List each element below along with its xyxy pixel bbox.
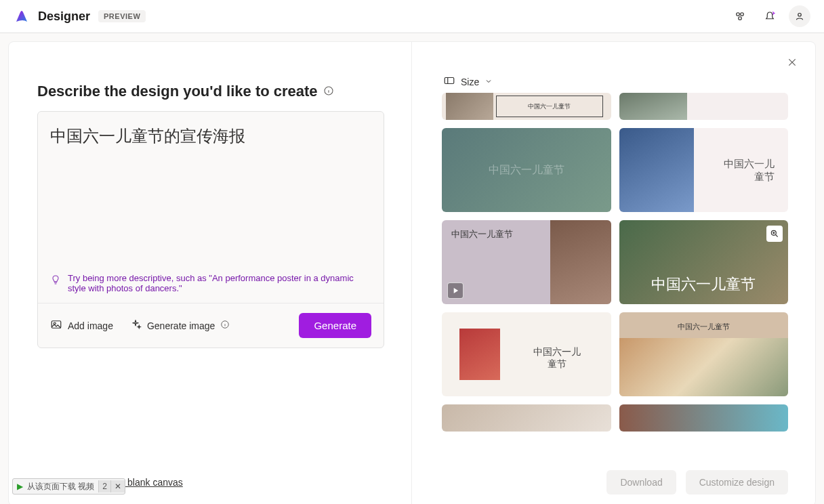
prompt-heading: Describe the design you'd like to create — [37, 83, 384, 100]
add-image-label: Add image — [68, 320, 113, 331]
result-card[interactable]: 中国六一儿童节 — [442, 93, 611, 120]
close-icon[interactable] — [787, 57, 798, 70]
card-caption: 中国六一儿童节 — [720, 158, 775, 184]
app-logo-icon — [14, 8, 30, 24]
svg-rect-8 — [445, 78, 454, 84]
card-caption: 中国六一儿童节 — [451, 228, 513, 240]
card-caption: 中国六一儿童节 — [528, 102, 571, 111]
sparkle-bell-icon[interactable] — [759, 5, 781, 27]
app-header: Designer PREVIEW — [0, 0, 824, 33]
card-caption: 中国六一儿童节 — [678, 322, 730, 332]
generate-image-button[interactable]: Generate image — [129, 318, 230, 333]
play-icon — [447, 282, 464, 299]
customize-button[interactable]: Customize design — [686, 470, 788, 495]
result-card[interactable]: 中国六一儿童节 — [442, 220, 611, 304]
page-download-bar[interactable]: ▶ 从该页面下载 视频 2 ✕ — [12, 478, 125, 495]
app-name: Designer — [38, 9, 90, 24]
generate-image-label: Generate image — [147, 320, 215, 331]
prompt-actions: Add image Generate image Generate — [38, 303, 384, 348]
generate-button[interactable]: Generate — [299, 313, 371, 338]
download-button[interactable]: Download — [606, 470, 676, 495]
result-card[interactable]: 中国六一儿童节 — [442, 128, 611, 212]
zoom-icon[interactable] — [766, 226, 783, 242]
blank-canvas-link[interactable]: a blank canvas — [119, 477, 182, 488]
prompt-panel: Describe the design you'd like to create… — [9, 42, 412, 504]
prompt-heading-text: Describe the design you'd like to create — [37, 83, 318, 100]
result-card[interactable]: 中国六一儿童节 — [619, 312, 789, 396]
results-footer: Download Customize design — [412, 459, 815, 504]
size-dropdown[interactable]: Size — [412, 42, 815, 89]
lightbulb-icon — [50, 273, 61, 287]
prompt-input[interactable]: 中国六一儿童节的宣传海报 — [38, 112, 384, 268]
svg-point-1 — [741, 13, 744, 16]
svg-point-3 — [798, 14, 802, 17]
sparkle-icon — [129, 318, 142, 333]
card-caption: 中国六一儿童节 — [651, 274, 756, 295]
svg-point-0 — [737, 13, 740, 16]
image-icon — [50, 318, 62, 333]
results-panel: Size 中国六一儿童节 中国六一儿童节 — [412, 42, 815, 504]
svg-point-2 — [739, 17, 742, 20]
card-caption: 中国六一儿童节 — [530, 346, 584, 371]
chevron-down-icon — [485, 77, 493, 87]
size-label: Size — [461, 77, 479, 87]
results-gallery[interactable]: 中国六一儿童节 中国六一儿童节 中国六一儿童节 中国六一儿童节 — [442, 93, 799, 459]
workspace: Describe the design you'd like to create… — [8, 41, 816, 504]
result-card[interactable]: 中国六一儿童节 — [442, 312, 611, 396]
add-image-button[interactable]: Add image — [50, 318, 113, 333]
download-count: 2 — [98, 480, 110, 492]
result-card[interactable] — [619, 93, 789, 120]
result-card[interactable]: 中国六一儿童节 — [619, 128, 789, 212]
result-card[interactable] — [619, 404, 789, 432]
result-card[interactable]: 中国六一儿童节 — [619, 220, 789, 304]
preview-badge: PREVIEW — [98, 10, 146, 22]
card-caption: 中国六一儿童节 — [489, 163, 564, 177]
info-icon — [220, 320, 230, 331]
result-card[interactable] — [442, 404, 611, 432]
tip-row: Try being more descriptive, such as "An … — [38, 268, 384, 303]
close-icon[interactable]: ✕ — [110, 480, 125, 492]
tip-text: Try being more descriptive, such as "An … — [68, 273, 371, 293]
info-icon[interactable] — [323, 83, 334, 100]
download-bar-text: 从该页面下载 视频 — [27, 481, 98, 492]
user-avatar-icon[interactable] — [789, 5, 810, 27]
play-icon: ▶ — [13, 482, 27, 491]
header-action-1-icon[interactable] — [729, 5, 751, 27]
aspect-icon — [443, 75, 455, 89]
prompt-box: 中国六一儿童节的宣传海报 Try being more descriptive,… — [37, 111, 384, 348]
